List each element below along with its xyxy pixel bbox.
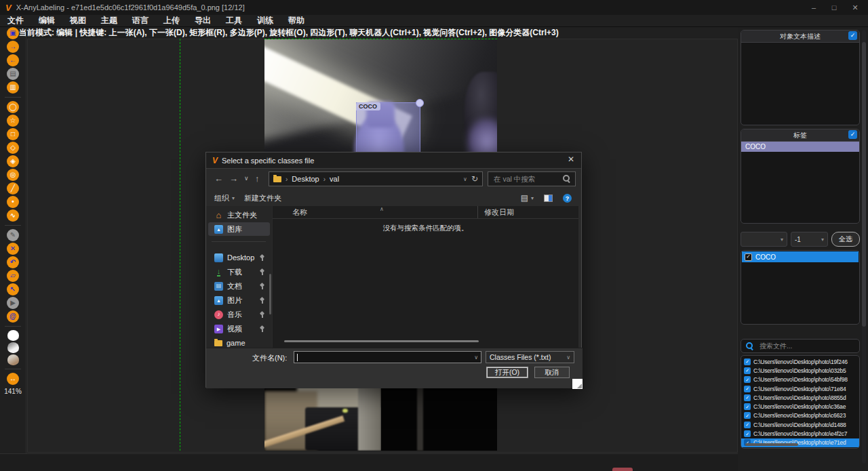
shape-checkbox[interactable]: ✓	[745, 253, 752, 261]
panel-scrollbar-thumb[interactable]	[862, 42, 866, 327]
sidebar-item-music[interactable]: ♪ 音乐	[208, 308, 270, 321]
back-icon[interactable]: ←	[214, 174, 223, 183]
shape-list-item[interactable]: ✓ COCO	[742, 251, 859, 262]
labels-checkbox[interactable]: ✓	[848, 130, 857, 139]
view-mode-button[interactable]: ▤ ▾	[521, 193, 534, 203]
point-tool-button[interactable]: •	[7, 196, 19, 208]
menu-train[interactable]: 训练	[250, 15, 281, 26]
dialog-search-box[interactable]	[488, 171, 576, 186]
sidebar-item-home[interactable]: ⌂ 主文件夹	[208, 208, 270, 222]
line-tool-button[interactable]: ╱	[7, 182, 19, 194]
menu-help[interactable]: 帮助	[281, 15, 312, 26]
file-list-item[interactable]: ✓C:\Users\lenovo\Desktop\photo\19f246	[741, 357, 859, 366]
file-list-item[interactable]: ✓C:\Users\lenovo\Desktop\photo\54bf98	[741, 375, 859, 384]
file-checkbox[interactable]: ✓	[744, 430, 751, 437]
dialog-search-input[interactable]	[492, 174, 560, 184]
file-checkbox[interactable]: ✓	[744, 422, 751, 428]
help-icon[interactable]: ?	[563, 194, 572, 203]
column-date[interactable]: 修改日期	[484, 207, 514, 218]
cancel-button[interactable]: 取消	[534, 367, 570, 378]
auto-polygon-tool-button[interactable]: ☆	[7, 115, 19, 127]
preview-pane-icon[interactable]	[544, 194, 553, 202]
sidebar-item-downloads[interactable]: ↓ 下载	[208, 265, 270, 279]
breadcrumb-val[interactable]: val	[330, 175, 339, 183]
menu-file[interactable]: 文件	[0, 15, 31, 26]
mascot-husky-icon[interactable]	[7, 342, 19, 353]
file-checkbox[interactable]: ✓	[744, 359, 751, 365]
circle-tool-button[interactable]: ◎	[7, 169, 19, 181]
menu-upload[interactable]: 上传	[156, 15, 187, 26]
delete-file-button[interactable]: ▥	[7, 81, 19, 94]
label-list-item[interactable]: COCO	[741, 142, 859, 152]
close-button[interactable]: ✕	[845, 0, 865, 15]
address-dropdown-icon[interactable]: ∨	[463, 176, 467, 182]
undo-button[interactable]: ↶	[7, 256, 19, 268]
open-image-button[interactable]: ▣	[7, 27, 19, 39]
recent-locations-icon[interactable]: ∨	[244, 176, 249, 182]
move-button[interactable]: ↖	[7, 283, 19, 295]
file-checkbox[interactable]: ✓	[744, 376, 751, 383]
new-folder-button[interactable]: 新建文件夹	[244, 193, 281, 203]
mascot-dog-icon[interactable]	[7, 330, 19, 341]
restore-button[interactable]: □	[824, 0, 844, 15]
column-name[interactable]: 名称	[292, 207, 307, 218]
file-checkbox[interactable]: ✓	[744, 412, 751, 419]
menu-export[interactable]: 导出	[187, 15, 218, 26]
line-strip-tool-button[interactable]: ∿	[7, 209, 19, 222]
panel-scrollbar-track[interactable]	[862, 30, 866, 464]
quad-tool-button[interactable]: ◈	[7, 155, 19, 167]
menu-tools[interactable]: 工具	[218, 15, 250, 26]
duplicate-button[interactable]: ▱	[7, 270, 19, 282]
minimize-button[interactable]: –	[804, 0, 824, 15]
filename-input[interactable]: ∨	[294, 351, 481, 363]
rotated-box-tool-button[interactable]: ◇	[7, 142, 19, 154]
open-button[interactable]: 打开(O)	[486, 367, 528, 378]
file-checkbox[interactable]: ✓	[744, 367, 751, 374]
next-image-button[interactable]: →	[7, 41, 19, 53]
prev-image-button[interactable]: ←	[7, 54, 19, 66]
sidebar-item-pictures[interactable]: ▲ 图片	[208, 293, 270, 307]
column-divider[interactable]	[477, 206, 478, 218]
file-checkbox[interactable]: ✓	[744, 403, 751, 410]
bounding-box-handle[interactable]	[416, 99, 424, 107]
rectangle-tool-button[interactable]: □	[7, 128, 19, 140]
ai-model-button[interactable]: @	[7, 310, 19, 323]
file-list-item[interactable]: ✓C:\Users\lenovo\Desktop\photo\c36ae	[741, 402, 859, 411]
filetype-select[interactable]: Classes Files (*.txt) ∨	[486, 351, 574, 363]
resize-grip[interactable]	[572, 379, 583, 389]
file-checkbox[interactable]: ✓	[744, 394, 751, 401]
file-area-hscrollbar[interactable]	[284, 340, 479, 342]
forward-icon[interactable]: →	[229, 174, 238, 183]
gid-filter-select[interactable]: -1 ▾	[791, 232, 828, 247]
file-list-item[interactable]: ✓C:\Users\lenovo\Desktop\photo\8855d	[741, 393, 859, 402]
sidebar-item-documents[interactable]: ▤ 文档	[208, 279, 270, 293]
sidebar-item-videos[interactable]: ▶ 视频	[208, 322, 270, 335]
organize-menu[interactable]: 组织 ▾	[214, 193, 235, 203]
menu-language[interactable]: 语言	[125, 15, 156, 26]
up-icon[interactable]: ↑	[255, 174, 260, 183]
menu-edit[interactable]: 编辑	[31, 15, 62, 26]
file-search-input[interactable]	[758, 342, 849, 350]
mascot-cat-icon[interactable]	[7, 354, 19, 365]
description-textarea[interactable]	[741, 43, 859, 125]
file-list-item[interactable]: ✓C:\Users\lenovo\Desktop\photo\c6623	[741, 411, 859, 420]
file-search-box[interactable]	[741, 339, 860, 353]
menu-view[interactable]: 视图	[62, 15, 94, 26]
file-checkbox[interactable]: ✓	[744, 386, 751, 392]
polygon-tool-button[interactable]: ◯	[7, 101, 19, 113]
sidebar-scrollbar[interactable]	[269, 274, 271, 314]
address-bar[interactable]: › Desktop › val ∨ ↻	[269, 171, 483, 186]
fit-width-button[interactable]: ↔	[7, 373, 19, 385]
menu-theme[interactable]: 主题	[94, 15, 125, 26]
file-list-hscrollbar[interactable]	[745, 443, 798, 446]
file-list-item[interactable]: ✓C:\Users\lenovo\Desktop\photo\e4f2c7	[741, 429, 859, 438]
breadcrumb-desktop[interactable]: Desktop	[292, 175, 319, 183]
file-list-item[interactable]: ✓C:\Users\lenovo\Desktop\photo\71e84	[741, 384, 859, 393]
sidebar-item-desktop[interactable]: Desktop	[208, 251, 270, 264]
file-list-item[interactable]: ✓C:\Users\lenovo\Desktop\photo\032b5	[741, 366, 859, 375]
select-all-button[interactable]: 全选	[831, 232, 860, 247]
description-checkbox[interactable]: ✓	[848, 31, 857, 40]
file-list-item[interactable]: ✓C:\Users\lenovo\Desktop\photo\d1488	[741, 420, 859, 429]
group-filter-select[interactable]: ▾	[741, 232, 787, 247]
dialog-close-button[interactable]: ✕	[568, 155, 574, 164]
